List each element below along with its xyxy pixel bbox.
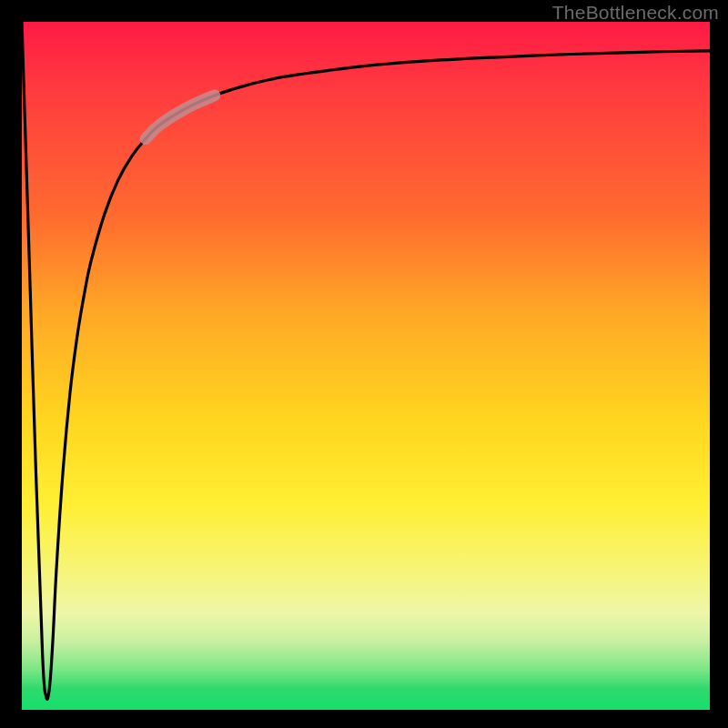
watermark-text: TheBottleneck.com <box>552 2 719 24</box>
bottleneck-curve-path <box>22 22 710 699</box>
chart-frame: TheBottleneck.com <box>0 0 728 728</box>
curve-layer <box>22 22 710 710</box>
highlight-segment-path <box>146 96 215 139</box>
